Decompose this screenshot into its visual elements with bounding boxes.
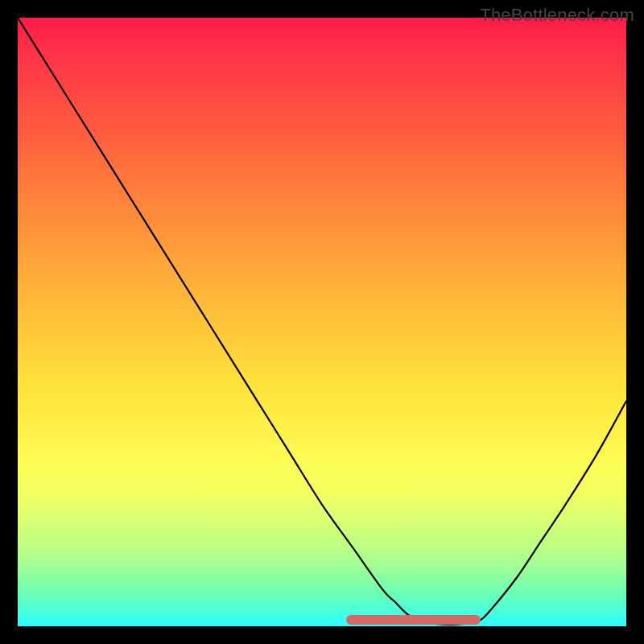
optimal-range-marker [346, 615, 480, 625]
bottleneck-curve [18, 18, 626, 626]
chart-gradient-background [18, 18, 626, 626]
watermark-text: TheBottleneck.com [480, 5, 634, 26]
